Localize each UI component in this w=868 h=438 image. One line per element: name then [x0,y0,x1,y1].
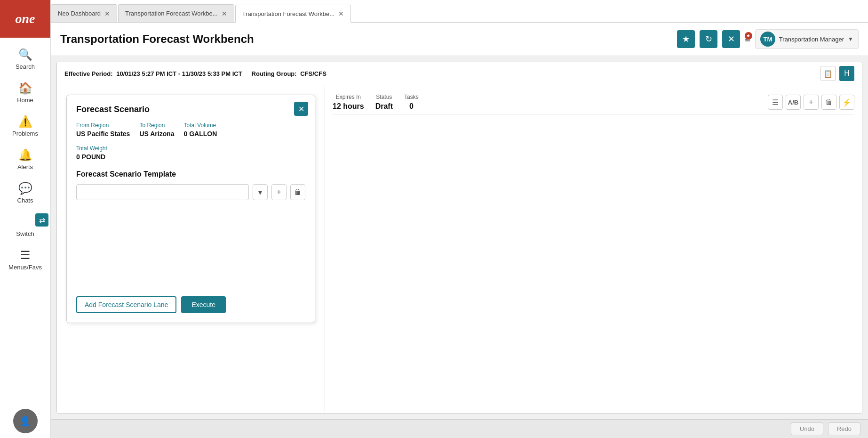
tab-forecast-2[interactable]: Transportation Forecast Workbe... ✕ [235,5,351,23]
star-button[interactable]: ★ [677,30,695,48]
expires-value: 12 hours [333,102,364,111]
workbench-container: Effective Period: 10/01/23 5:27 PM ICT -… [56,62,862,414]
tab-label-forecast1: Transportation Forecast Workbe... [125,10,218,17]
tab-close-forecast2[interactable]: ✕ [338,10,344,17]
right-panel: Expires In 12 hours Status Draft Tasks 0 [325,85,862,413]
status-value: Draft [375,102,393,111]
routing-value: CFS/CFS [300,70,326,77]
sidebar-item-home[interactable]: 🏠 Home [0,76,50,109]
total-weight-value: 0 POUND [76,153,305,161]
execute-button[interactable]: Execute [181,296,226,313]
template-dropdown-button[interactable]: ▾ [253,184,268,200]
page-title: Transportation Forecast Workbench [60,32,254,46]
sidebar-bottom: 👤 [13,409,38,438]
sidebar-label-chats: Chats [17,197,33,204]
tab-close-neo[interactable]: ✕ [104,10,110,17]
header-actions: ★ ↻ ✕ ≡ ★ TM Transportation Manager ▼ [677,29,859,49]
switch-icon: ⇄ [35,213,48,227]
to-region-label: To Region [139,122,174,129]
to-region-value: US Arizona [139,130,174,138]
sidebar-label-search: Search [16,63,35,70]
user-area[interactable]: TM Transportation Manager ▼ [755,29,859,49]
tab-close-forecast1[interactable]: ✕ [222,10,227,17]
from-region-field: From Region US Pacific States [76,122,130,138]
sidebar-item-alerts[interactable]: 🔔 Alerts [0,143,50,176]
delete-icon-button[interactable]: 🗑 [821,95,836,110]
tab-forecast-1[interactable]: Transportation Forecast Workbe... ✕ [118,4,234,22]
template-section-title: Forecast Scenario Template [76,170,305,178]
template-row: ▾ + 🗑 [76,184,305,200]
expires-label: Expires In [333,94,364,100]
from-region-label: From Region [76,122,130,129]
menus-icon: ☰ [20,249,31,262]
from-region-value: US Pacific States [76,130,130,138]
tasks-value: 0 [404,102,419,111]
menu-button[interactable]: ≡ ★ [745,34,750,45]
user-initials: TM [760,32,775,47]
total-volume-label: Total Volume [184,122,217,129]
template-input[interactable] [76,184,249,200]
total-weight-label: Total Weight [76,145,305,152]
tab-bar: Neo Dashboard ✕ Transportation Forecast … [51,0,868,23]
stats-and-actions: Expires In 12 hours Status Draft Tasks 0 [333,90,854,115]
sidebar-item-chats[interactable]: 💬 Chats [0,176,50,210]
sidebar-label-switch: Switch [16,230,34,237]
workbench-topbar: Effective Period: 10/01/23 5:27 PM ICT -… [57,62,862,85]
main-area: Neo Dashboard ✕ Transportation Forecast … [51,0,868,438]
period-prefix: Effective Period: [64,70,113,77]
lightning-icon-button[interactable]: ⚡ [839,95,854,110]
warning-icon: ⚠️ [18,115,32,128]
user-dropdown-icon: ▼ [848,36,853,42]
close-panel-button[interactable]: ✕ [294,102,308,116]
routing-label: Routing Group: CFS/CFS [252,70,326,77]
h-button[interactable]: H [839,66,854,81]
sidebar-item-menus[interactable]: ☰ Menus/Favs [0,243,50,276]
to-region-field: To Region US Arizona [139,122,174,138]
refresh-button[interactable]: ↻ [700,30,717,48]
list-icon-button[interactable]: ☰ [768,95,783,110]
app-logo[interactable]: one [0,0,50,38]
home-icon: 🏠 [18,81,32,95]
sidebar-item-switch[interactable]: ⇄ ⇄ Switch [0,210,50,243]
template-delete-button[interactable]: 🗑 [290,184,305,200]
logo-text: one [16,11,35,26]
tasks-label: Tasks [404,94,419,100]
forecast-scenario-panel: Forecast Scenario ✕ From Region US Pacif… [66,95,315,323]
sidebar: one 🔍 Search 🏠 Home ⚠️ Problems 🔔 Alerts… [0,0,51,438]
search-icon: 🔍 [18,48,32,61]
period-value: 10/01/23 5:27 PM ICT - 11/30/23 5:33 PM … [116,70,242,77]
status-stat: Status Draft [375,94,393,111]
routing-prefix: Routing Group: [252,70,297,77]
panel-footer: Add Forecast Scenario Lane Execute [76,296,305,313]
user-avatar[interactable]: 👤 [13,409,38,433]
period-label: Effective Period: 10/01/23 5:27 PM ICT -… [64,70,242,77]
undo-button[interactable]: Undo [791,422,823,435]
close-button[interactable]: ✕ [722,30,740,48]
sidebar-label-home: Home [17,97,33,104]
ab-icon-button[interactable]: A/B [786,95,801,110]
sidebar-label-problems: Problems [12,130,38,137]
add-forecast-lane-button[interactable]: Add Forecast Scenario Lane [76,296,176,313]
sidebar-label-alerts: Alerts [17,163,33,170]
clipboard-button[interactable]: 📋 [820,66,836,81]
tab-neo-dashboard[interactable]: Neo Dashboard ✕ [51,4,117,22]
chat-icon: 💬 [18,182,32,195]
sidebar-item-problems[interactable]: ⚠️ Problems [0,109,50,143]
topbar-right-actions: 📋 H [820,66,854,81]
tasks-stat: Tasks 0 [404,94,419,111]
total-weight-field: Total Weight 0 POUND [76,145,305,161]
add-icon-button[interactable]: + [804,95,819,110]
content-area: Effective Period: 10/01/23 5:27 PM ICT -… [51,56,868,419]
notification-badge: ★ [745,32,752,40]
left-panel: Forecast Scenario ✕ From Region US Pacif… [57,85,325,413]
status-label: Status [375,94,393,100]
redo-button[interactable]: Redo [828,422,860,435]
template-add-button[interactable]: + [271,184,287,200]
sidebar-label-menus: Menus/Favs [8,264,42,271]
sidebar-item-search[interactable]: 🔍 Search [0,42,50,76]
panel-fields-row: From Region US Pacific States To Region … [76,122,305,138]
workbench-body: Forecast Scenario ✕ From Region US Pacif… [57,85,862,413]
page-header: Transportation Forecast Workbench ★ ↻ ✕ … [51,23,868,56]
action-icons: ☰ A/B + 🗑 ⚡ [768,95,854,110]
total-volume-value: 0 GALLON [184,130,217,138]
